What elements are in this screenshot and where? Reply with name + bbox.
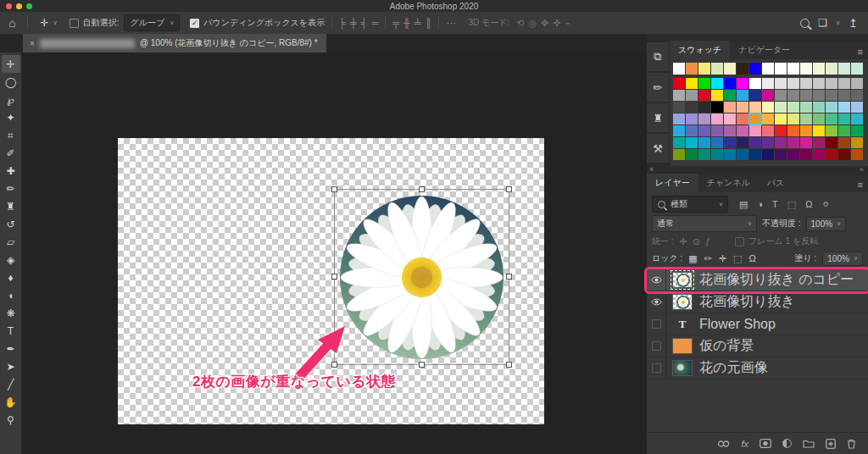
- dodge-tool[interactable]: ◖: [2, 286, 20, 304]
- swatch[interactable]: [686, 137, 698, 148]
- swatch[interactable]: [711, 137, 723, 148]
- swatch[interactable]: [813, 78, 825, 89]
- fill-dropdown[interactable]: 100% ∨: [822, 252, 863, 266]
- panel-menu-icon[interactable]: ≡: [853, 44, 868, 59]
- document-tab[interactable]: × @ 100% (花画像切り抜き のコピー, RGB/8#) *: [23, 34, 326, 53]
- history-brush-tool[interactable]: ↺: [2, 215, 20, 233]
- align-icon[interactable]: ═: [371, 18, 378, 28]
- swatch[interactable]: [724, 78, 736, 89]
- gradient-tool[interactable]: ◈: [2, 251, 20, 269]
- swatch[interactable]: [851, 137, 863, 148]
- swatch[interactable]: [762, 102, 774, 113]
- swatch[interactable]: [826, 63, 837, 75]
- magic-wand-tool[interactable]: ✦: [2, 108, 20, 126]
- swatch[interactable]: [673, 90, 685, 101]
- swatch[interactable]: [698, 63, 710, 75]
- swatch[interactable]: [686, 63, 698, 75]
- swatch[interactable]: [800, 114, 812, 125]
- blend-mode-dropdown[interactable]: 通常 ∨: [652, 215, 757, 232]
- filter-smart-objects-icon[interactable]: Ω: [805, 199, 812, 210]
- swatch[interactable]: [838, 63, 850, 75]
- brush-tool[interactable]: ✏: [2, 180, 20, 197]
- marquee-tool[interactable]: ◯: [2, 73, 20, 91]
- distribute-icon[interactable]: ║: [426, 18, 432, 28]
- swatch[interactable]: [686, 149, 698, 160]
- filter-type-layers-icon[interactable]: T: [772, 199, 778, 210]
- swatch[interactable]: [813, 137, 825, 148]
- swatch[interactable]: [749, 137, 761, 148]
- swatch[interactable]: [749, 102, 761, 113]
- tab-paths[interactable]: パス: [759, 174, 793, 192]
- swatch[interactable]: [711, 90, 723, 101]
- workspace-switcher-icon[interactable]: ❏: [818, 18, 827, 28]
- adjustment-layer-icon[interactable]: [782, 439, 792, 448]
- blur-tool[interactable]: ♦: [2, 269, 20, 286]
- swatch[interactable]: [762, 78, 774, 89]
- search-icon[interactable]: [800, 19, 810, 28]
- swatch[interactable]: [813, 125, 825, 136]
- add-mask-icon[interactable]: [760, 439, 771, 448]
- share-icon[interactable]: ↥: [849, 18, 858, 29]
- layer-row[interactable]: TFlower Shop: [647, 313, 868, 335]
- swatch[interactable]: [838, 137, 850, 148]
- swatch[interactable]: [762, 137, 774, 148]
- tab-layers[interactable]: レイヤー: [647, 174, 698, 192]
- swatch[interactable]: [838, 114, 850, 125]
- swatch[interactable]: [673, 63, 685, 75]
- align-icon[interactable]: ╪: [350, 18, 357, 28]
- align-icon[interactable]: ╡: [361, 18, 368, 28]
- swatch[interactable]: [775, 63, 787, 75]
- hand-tool[interactable]: ✋: [2, 393, 20, 411]
- swatch[interactable]: [775, 90, 787, 101]
- close-tab-icon[interactable]: ×: [30, 39, 35, 48]
- swatch[interactable]: [698, 149, 710, 160]
- swatch[interactable]: [775, 125, 787, 136]
- document-canvas[interactable]: 2枚の画像が重なっている状態: [118, 138, 544, 424]
- text-layer-thumbnail[interactable]: T: [672, 316, 693, 332]
- swatch[interactable]: [851, 149, 863, 160]
- swatch[interactable]: [711, 125, 723, 136]
- swatch[interactable]: [775, 149, 787, 160]
- mode3d-icon[interactable]: ⌁: [565, 18, 571, 29]
- healing-brush-tool[interactable]: ✚: [2, 162, 20, 180]
- swatch[interactable]: [838, 125, 850, 136]
- swatch[interactable]: [851, 114, 863, 125]
- layer-row[interactable]: 花画像切り抜き: [647, 291, 868, 313]
- tab-navigator[interactable]: ナビゲーター: [730, 41, 798, 59]
- swatch[interactable]: [787, 78, 799, 89]
- layer-style-icon[interactable]: fx: [741, 439, 748, 449]
- swatch[interactable]: [749, 125, 761, 136]
- swatch[interactable]: [851, 90, 863, 101]
- new-group-icon[interactable]: [803, 439, 815, 448]
- distribute-icon[interactable]: ╤: [392, 18, 399, 28]
- swatch[interactable]: [800, 78, 812, 89]
- swatch[interactable]: [787, 102, 799, 113]
- swatch[interactable]: [673, 102, 685, 113]
- photo-layer-thumbnail[interactable]: [672, 360, 693, 376]
- swatch[interactable]: [698, 78, 710, 89]
- tab-channels[interactable]: チャンネル: [698, 174, 759, 192]
- line-tool[interactable]: ╱: [2, 375, 20, 393]
- swatch[interactable]: [749, 78, 761, 89]
- swatch[interactable]: [800, 90, 812, 101]
- delete-layer-icon[interactable]: [847, 439, 856, 449]
- swatch[interactable]: [724, 90, 736, 101]
- auto-select-checkbox[interactable]: 自動選択:: [70, 17, 120, 29]
- swatch[interactable]: [724, 114, 736, 125]
- swatch[interactable]: [673, 137, 685, 148]
- crop-tool[interactable]: ⌗: [2, 126, 20, 144]
- swatch[interactable]: [826, 102, 837, 113]
- filter-shape-layers-icon[interactable]: ⬚: [787, 199, 796, 210]
- swatch[interactable]: [737, 90, 748, 101]
- swatch[interactable]: [800, 149, 812, 160]
- lock-icon[interactable]: Ω: [749, 253, 756, 264]
- transform-bounding-box[interactable]: [334, 189, 509, 365]
- transform-handle[interactable]: [506, 362, 512, 368]
- more-options-icon[interactable]: ···: [446, 17, 456, 29]
- swatch[interactable]: [838, 78, 850, 89]
- swatch[interactable]: [838, 149, 850, 160]
- lock-icon[interactable]: ▦: [688, 253, 697, 264]
- collapse-panel-icon[interactable]: «: [860, 165, 864, 174]
- swatch[interactable]: [724, 125, 736, 136]
- swatch[interactable]: [826, 125, 837, 136]
